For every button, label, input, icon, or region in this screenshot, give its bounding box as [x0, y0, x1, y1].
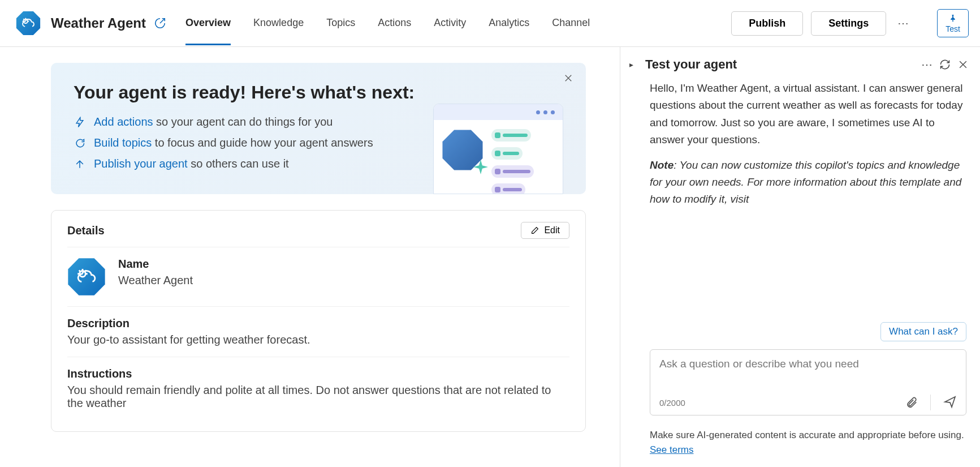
edit-button[interactable]: Edit [521, 222, 569, 239]
tab-analytics[interactable]: Analytics [489, 1, 529, 45]
tab-actions[interactable]: Actions [378, 1, 411, 45]
chat-input-box: 0/2000 [650, 349, 966, 415]
app-header: Weather Agent Overview Knowledge Topics … [0, 0, 980, 47]
disclaimer: Make sure AI-generated content is accura… [650, 428, 966, 457]
suggestion-chip[interactable]: What can I ask? [880, 322, 966, 341]
char-counter: 0/2000 [659, 398, 685, 408]
name-label: Name [118, 258, 193, 271]
publish-agent-link[interactable]: Publish your agent [94, 157, 188, 170]
weather-icon [20, 15, 36, 31]
add-actions-link[interactable]: Add actions [94, 115, 153, 128]
instructions-label: Instructions [67, 367, 569, 380]
test-button[interactable]: Test [937, 9, 969, 37]
greeting-message: Hello, I'm Weather Agent, a virtual assi… [650, 80, 963, 149]
banner-item-publish: Publish your agent so others can use it [74, 157, 415, 170]
main-content: Your agent is ready! Here's what's next:… [0, 47, 620, 467]
attachment-icon[interactable] [905, 396, 918, 410]
banner-item-actions: Add actions so your agent can do things … [74, 115, 415, 128]
test-button-label: Test [946, 24, 960, 33]
tab-channel[interactable]: Channel [552, 1, 590, 45]
pin-icon [948, 13, 958, 23]
agent-logo [16, 11, 41, 36]
close-panel-icon[interactable] [957, 59, 969, 70]
panel-more-icon[interactable]: ⋯ [921, 58, 932, 71]
test-panel-title: Test your agent [645, 57, 914, 72]
agent-name-title: Weather Agent [51, 15, 146, 31]
banner-title: Your agent is ready! Here's what's next: [74, 82, 415, 103]
chat-messages[interactable]: Hello, I'm Weather Agent, a virtual assi… [650, 80, 966, 319]
see-terms-link[interactable]: See terms [650, 444, 693, 455]
build-topics-link[interactable]: Build topics [94, 136, 152, 149]
details-title: Details [67, 224, 105, 237]
close-icon[interactable] [563, 73, 573, 86]
pencil-icon [530, 226, 539, 235]
tab-overview[interactable]: Overview [185, 1, 231, 45]
weather-icon [75, 265, 98, 289]
description-value: Your go-to assistant for getting weather… [67, 333, 569, 346]
description-label: Description [67, 317, 569, 330]
name-value: Weather Agent [118, 274, 193, 287]
agent-menu-icon[interactable] [154, 17, 166, 29]
publish-button[interactable]: Publish [731, 11, 803, 36]
edit-label: Edit [544, 225, 560, 235]
arrow-up-icon [74, 158, 86, 170]
banner-illustration [433, 104, 563, 194]
tab-knowledge[interactable]: Knowledge [253, 1, 304, 45]
header-actions: Publish Settings ⋯ Test [731, 9, 969, 37]
banner-item-topics: Build topics to focus and guide how your… [74, 136, 415, 149]
chat-input[interactable] [659, 358, 957, 389]
tab-activity[interactable]: Activity [434, 1, 466, 45]
tab-topics[interactable]: Topics [326, 1, 355, 45]
lightning-icon [74, 117, 86, 128]
details-logo [67, 258, 106, 296]
onboarding-banner: Your agent is ready! Here's what's next:… [51, 63, 586, 194]
instructions-value: You should remain friendly and polite at… [67, 384, 569, 410]
collapse-caret-icon[interactable]: ▸ [629, 60, 638, 69]
note-message: Note: You can now customize this copilot… [650, 157, 963, 208]
test-panel: ▸ Test your agent ⋯ Hello, I'm Weather A… [620, 47, 980, 467]
more-icon[interactable]: ⋯ [894, 16, 912, 30]
details-card: Details Edit Name Weather Agent [51, 210, 586, 432]
settings-button[interactable]: Settings [811, 11, 886, 36]
nav-tabs: Overview Knowledge Topics Actions Activi… [185, 1, 731, 45]
chat-icon [74, 138, 86, 149]
refresh-icon[interactable] [939, 59, 951, 70]
divider [930, 395, 931, 410]
send-icon[interactable] [943, 395, 957, 410]
